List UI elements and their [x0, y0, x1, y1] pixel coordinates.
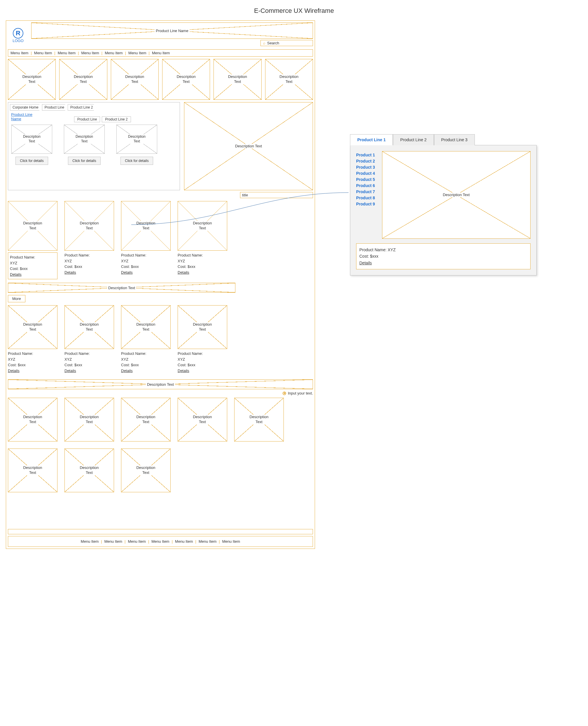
search-placeholder: Search — [267, 41, 279, 45]
product-link[interactable]: Product 1 — [356, 152, 375, 157]
page-title: E-Commerce UX Wireframe — [6, 7, 582, 15]
more-button[interactable]: More — [8, 295, 25, 302]
details-link[interactable]: Details — [177, 368, 227, 374]
grid-tile[interactable]: Description Text — [234, 398, 284, 441]
tab-product-line-3[interactable]: Product Line 3 — [434, 134, 475, 145]
mini-thumb: Description Text — [117, 125, 157, 154]
title-field[interactable]: title — [240, 192, 313, 198]
crumb-pl2[interactable]: Product Line 2 — [68, 104, 97, 110]
click-details-button[interactable]: Click for details — [121, 157, 153, 165]
section-banner: Description Text — [8, 283, 235, 293]
banner: Product Line Name — [31, 22, 313, 39]
mini-tab[interactable]: Product Line 2 — [102, 117, 131, 122]
menu-item[interactable]: Menu Item — [152, 51, 170, 55]
menu-item[interactable]: Menu Item — [104, 539, 122, 544]
product-link[interactable]: Product 5 — [356, 177, 375, 182]
logo-text: LOGO — [13, 39, 24, 43]
registered-icon: R — [13, 28, 23, 39]
product-info: Product Name: XYZ Cost: $xxx Details — [8, 351, 58, 374]
mini-thumb: Description Text — [64, 125, 105, 154]
detail-image: Description Text — [382, 151, 530, 239]
hero-tile[interactable]: Description Text — [162, 59, 210, 100]
product-link[interactable]: Product 9 — [356, 202, 375, 206]
menu-item[interactable]: Menu Item — [81, 539, 99, 544]
product-link[interactable]: Product 7 — [356, 189, 375, 194]
product-info: Product Name: XYZ Cost: $xxx Details — [64, 252, 114, 275]
product-info: Product Name: XYZ Cost: $xxx Details — [177, 252, 227, 275]
grid-tile[interactable]: Description Text — [8, 449, 58, 492]
menu-item[interactable]: Menu Item — [175, 539, 193, 544]
tab-product-line-1[interactable]: Product Line 1 — [350, 134, 393, 145]
menu-item[interactable]: Menu Item — [34, 51, 52, 55]
top-menu: Menu Item| Menu Item| Menu Item| Menu It… — [8, 49, 313, 57]
product-thumb[interactable]: Description Text — [64, 305, 114, 349]
tab-product-line-2[interactable]: Product Line 2 — [393, 134, 434, 145]
grid-tile[interactable]: Description Text — [121, 398, 171, 441]
product-info: Product Name: XYZ Cost: $xxx Details — [121, 252, 171, 275]
details-link[interactable]: Details — [177, 270, 227, 275]
menu-item[interactable]: Menu Item — [58, 51, 76, 55]
crumb-pl[interactable]: Product Line — [42, 104, 68, 110]
product-line-panel: Corporate Home Product Line Product Line… — [8, 102, 180, 190]
product-info: Product Name: XYZ Cost: $xxx Details — [121, 351, 171, 374]
product-thumb[interactable]: Description Text — [8, 201, 58, 251]
click-details-button[interactable]: Click for details — [16, 157, 48, 165]
grid-tile[interactable]: Description Text — [121, 449, 171, 492]
product-thumb[interactable]: Description Text — [121, 305, 171, 349]
product-link[interactable]: Product 2 — [356, 159, 375, 163]
click-details-button[interactable]: Click for details — [68, 157, 100, 165]
product-link[interactable]: Product 4 — [356, 171, 375, 176]
details-link[interactable]: Details — [64, 270, 114, 275]
mini-tab[interactable]: Product Line — [74, 117, 100, 122]
product-thumb[interactable]: Description Text — [64, 201, 114, 251]
grid-tile[interactable]: Description Text — [8, 398, 58, 441]
product-line-link[interactable]: Product Line Name — [11, 112, 40, 121]
menu-item[interactable]: Menu Item — [81, 51, 99, 55]
breadcrumb: Corporate Home Product Line Product Line… — [10, 104, 178, 110]
grid-tile[interactable]: Description Text — [64, 449, 114, 492]
search-icon: ⌕ — [263, 41, 266, 45]
product-link[interactable]: Product 6 — [356, 183, 375, 188]
radio-label: Input your text. — [288, 391, 313, 395]
search-input[interactable]: ⌕ Search — [260, 40, 313, 46]
grid-tile[interactable]: Description Text — [64, 398, 114, 441]
product-thumb[interactable]: Description Text — [8, 305, 58, 349]
details-link[interactable]: Details — [359, 260, 527, 266]
product-info: Product Name: XYZ Cost: $xxx Details — [177, 351, 227, 374]
hero-tile[interactable]: Description Text — [213, 59, 261, 100]
menu-item[interactable]: Menu Item — [198, 539, 216, 544]
footer-bar — [8, 529, 313, 534]
detail-info: Product Name: XYZ Cost: $xxx Details — [356, 243, 530, 269]
details-link[interactable]: Details — [8, 368, 58, 374]
product-thumb[interactable]: Description Text — [177, 201, 227, 251]
menu-item[interactable]: Menu Item — [105, 51, 123, 55]
details-link[interactable]: Details — [10, 272, 56, 277]
main-wireframe: R LOGO Product Line Name ⌕ Search Menu I… — [6, 20, 315, 549]
hero-tile[interactable]: Description Text — [265, 59, 313, 100]
hero-tile[interactable]: Description Text — [59, 59, 107, 100]
product-thumb[interactable]: Description Text — [121, 201, 171, 251]
product-link[interactable]: Product 3 — [356, 165, 375, 169]
product-list: Product 1 Product 2 Product 3 Product 4 … — [356, 151, 375, 239]
logo[interactable]: R LOGO — [8, 22, 28, 48]
menu-item[interactable]: Menu Item — [222, 539, 240, 544]
menu-item[interactable]: Menu Item — [10, 51, 28, 55]
product-thumb[interactable]: Description Text — [177, 305, 227, 349]
hero-tile[interactable]: Description Text — [8, 59, 56, 100]
product-info: Product Name: XYZ Cost: $xxx Details — [8, 252, 58, 279]
detail-popover: Product Line 1 Product Line 2 Product Li… — [350, 134, 537, 275]
hero-tile[interactable]: Description Text — [111, 59, 159, 100]
menu-item[interactable]: Menu Item — [128, 539, 146, 544]
section-banner: Description Text — [8, 379, 313, 389]
radio-icon[interactable] — [282, 392, 286, 395]
menu-item[interactable]: Menu Item — [128, 51, 146, 55]
product-link[interactable]: Product 8 — [356, 195, 375, 200]
product-info: Product Name: XYZ Cost: $xxx Details — [64, 351, 114, 374]
details-link[interactable]: Details — [121, 270, 171, 275]
grid-tile[interactable]: Description Text — [177, 398, 227, 441]
crumb-home[interactable]: Corporate Home — [10, 104, 42, 110]
footer-menu: Menu Item| Menu Item| Menu Item| Menu It… — [8, 536, 313, 547]
details-link[interactable]: Details — [121, 368, 171, 374]
menu-item[interactable]: Menu Item — [151, 539, 169, 544]
details-link[interactable]: Details — [64, 368, 114, 374]
